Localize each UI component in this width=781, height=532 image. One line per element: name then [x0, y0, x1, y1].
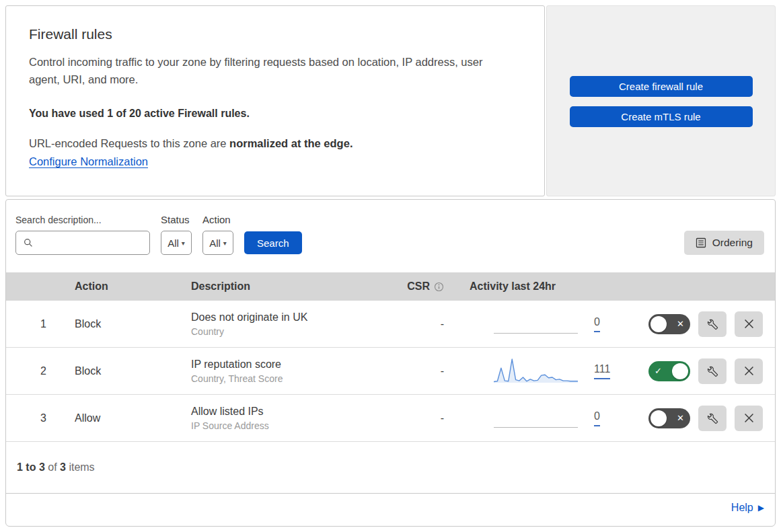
close-icon: [743, 412, 755, 424]
table-row: 1 Block Does not originate in UK Country…: [6, 301, 775, 348]
delete-rule-button[interactable]: [735, 358, 763, 384]
rule-activity-count-cell: 0: [583, 410, 637, 426]
normalization-note-bold: normalized at the edge.: [229, 137, 352, 149]
wrench-icon: [706, 412, 718, 424]
rule-description-cell: Allow listed IPs IP Source Address: [165, 406, 395, 431]
rule-fields: Country: [191, 326, 395, 337]
ordering-list-icon: [696, 237, 706, 248]
rule-priority: 1: [6, 318, 49, 330]
activity-count-link[interactable]: 0: [594, 316, 600, 332]
ordering-button-label: Ordering: [712, 237, 753, 249]
help-link[interactable]: Help ▶: [731, 502, 764, 514]
rule-activity-cell: [459, 356, 583, 386]
caret-right-icon: ▶: [758, 503, 764, 512]
pagination-range: 1 to 3: [17, 461, 45, 473]
rule-enabled-toggle[interactable]: ✕: [648, 314, 690, 334]
rule-activity-count-cell: 111: [583, 363, 637, 379]
toggle-knob: [650, 316, 667, 332]
pagination-total: 3: [60, 461, 66, 473]
action-dropdown[interactable]: All ▾: [202, 231, 233, 255]
rule-controls: ✓: [637, 358, 775, 384]
status-dropdown-value: All: [168, 237, 179, 249]
intro-description: Control incoming traffic to your zone by…: [29, 53, 497, 89]
table-header: Action Description CSR Activity last 24h…: [6, 272, 775, 301]
configure-normalization-link[interactable]: Configure Normalization: [29, 155, 148, 168]
activity-count-link[interactable]: 111: [594, 363, 610, 379]
activity-sparkline-empty: [494, 309, 578, 339]
header-csr: CSR: [395, 280, 459, 293]
chevron-down-icon: ▾: [223, 239, 227, 247]
table-row: 3 Allow Allow listed IPs IP Source Addre…: [6, 395, 775, 442]
create-mtls-rule-button[interactable]: Create mTLS rule: [570, 106, 753, 127]
search-icon: [24, 238, 33, 248]
rule-activity-cell: [459, 404, 583, 433]
intro-card: Firewall rules Control incoming traffic …: [5, 5, 545, 196]
rule-enabled-toggle[interactable]: ✓: [648, 361, 690, 381]
toggle-off-x-icon: ✕: [677, 319, 684, 328]
status-label: Status: [161, 214, 192, 225]
search-field-group: Search description...: [15, 215, 150, 255]
page-title: Firewall rules: [29, 26, 497, 42]
rule-fields: Country, Threat Score: [191, 373, 395, 384]
rule-controls: ✕: [637, 311, 775, 337]
rule-enabled-toggle[interactable]: ✕: [648, 408, 690, 428]
delete-rule-button[interactable]: [735, 311, 763, 337]
header-action: Action: [49, 280, 165, 293]
rule-action: Block: [49, 318, 165, 330]
activity-count-link[interactable]: 0: [594, 410, 600, 426]
rule-description: IP reputation score: [191, 358, 395, 371]
rule-activity-count-cell: 0: [583, 316, 637, 332]
rule-description-cell: Does not originate in UK Country: [165, 311, 395, 337]
search-button[interactable]: Search: [244, 231, 302, 254]
normalization-note: URL-encoded Requests to this zone are no…: [29, 137, 497, 150]
cta-panel: Create firewall rule Create mTLS rule: [546, 5, 776, 196]
rule-activity-cell: [459, 309, 583, 339]
help-row: Help ▶: [6, 493, 775, 522]
edit-rule-button[interactable]: [698, 406, 727, 431]
rule-description: Does not originate in UK: [191, 311, 395, 324]
rule-action: Block: [49, 365, 165, 377]
header-description: Description: [165, 280, 395, 293]
rule-controls: ✕: [637, 406, 775, 431]
create-firewall-rule-button[interactable]: Create firewall rule: [570, 76, 753, 97]
rule-csr: -: [395, 412, 459, 424]
search-box: [15, 231, 150, 255]
chevron-down-icon: ▾: [182, 239, 185, 247]
pagination-items: items: [66, 461, 95, 473]
toggle-knob: [650, 410, 667, 426]
normalization-note-text: URL-encoded Requests to this zone are: [29, 137, 229, 149]
wrench-icon: [706, 318, 718, 330]
info-icon[interactable]: [434, 282, 444, 292]
rule-priority: 3: [6, 412, 49, 424]
rule-description-cell: IP reputation score Country, Threat Scor…: [165, 358, 395, 384]
edit-rule-button[interactable]: [698, 311, 727, 337]
action-label: Action: [202, 214, 233, 225]
header-csr-label: CSR: [407, 280, 430, 293]
help-link-label: Help: [731, 502, 753, 514]
status-dropdown[interactable]: All ▾: [161, 231, 192, 255]
toggle-knob: [672, 363, 688, 379]
filter-bar: Search description... Status All ▾ Actio…: [6, 200, 775, 272]
edit-rule-button[interactable]: [698, 358, 727, 384]
search-label: Search description...: [15, 215, 150, 225]
pagination-summary: 1 to 3 of 3 items: [6, 442, 775, 493]
table-row: 2 Block IP reputation score Country, Thr…: [6, 348, 775, 395]
top-section: Firewall rules Control incoming traffic …: [5, 5, 776, 196]
rule-priority: 2: [6, 365, 49, 377]
close-icon: [743, 317, 755, 330]
status-filter-group: Status All ▾: [161, 214, 192, 255]
delete-rule-button[interactable]: [735, 406, 763, 431]
rules-card: Search description... Status All ▾ Actio…: [5, 199, 776, 527]
header-activity: Activity last 24hr: [459, 280, 583, 293]
rule-action: Allow: [49, 412, 165, 424]
toggle-on-check-icon: ✓: [655, 367, 662, 375]
rule-fields: IP Source Address: [191, 420, 395, 431]
pagination-of: of: [45, 461, 60, 473]
activity-sparkline-empty: [494, 404, 578, 433]
close-icon: [743, 365, 755, 377]
activity-sparkline: [494, 356, 578, 386]
usage-summary: You have used 1 of 20 active Firewall ru…: [29, 108, 497, 120]
rule-csr: -: [395, 318, 459, 330]
ordering-button[interactable]: Ordering: [684, 231, 764, 255]
search-input[interactable]: [15, 231, 150, 255]
